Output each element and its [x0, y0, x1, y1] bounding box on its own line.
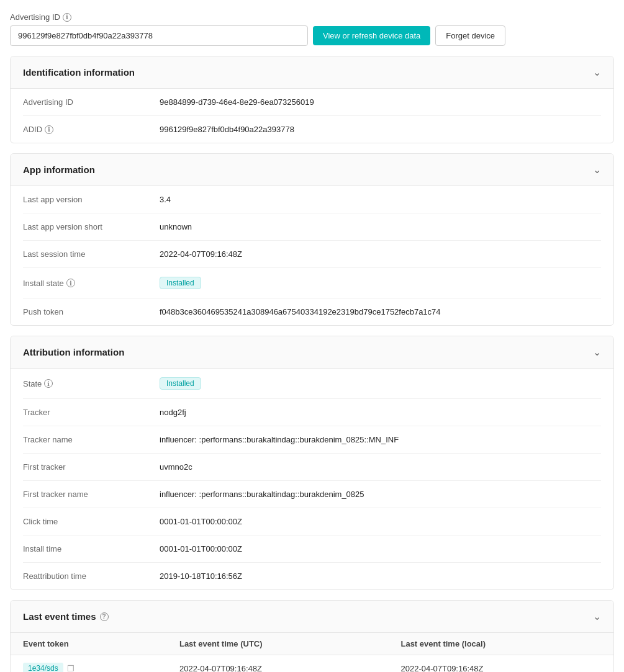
- table-row: Last app version 3.4: [23, 186, 601, 213]
- table-row: Reattribution time 2019-10-18T10:16:56Z: [23, 563, 601, 589]
- attribution-section-header[interactable]: Attribution information ⌄: [11, 336, 613, 369]
- last-event-times-section: Last event times ? ⌄ Event token Last ev…: [10, 600, 614, 672]
- identification-section-body: Advertising ID 9e884899-d739-46e4-8e29-6…: [11, 89, 613, 143]
- utc-cell: 2022-04-07T09:16:48Z: [167, 655, 389, 673]
- attribution-chevron-icon: ⌄: [593, 346, 601, 358]
- row-key: First tracker name: [23, 490, 160, 499]
- label-text: Advertising ID: [10, 12, 60, 22]
- row-key: Last session time: [23, 249, 160, 259]
- app-information-section: App information ⌄ Last app version 3.4 L…: [10, 153, 614, 326]
- advertising-id-info-icon[interactable]: ℹ: [63, 13, 71, 22]
- table-row: Last app version short unknown: [23, 213, 601, 241]
- row-value: influencer: :performans::burakaltindag::…: [160, 435, 601, 444]
- table-row: Install time 0001-01-01T00:00:00Z: [23, 535, 601, 563]
- row-key: Tracker name: [23, 435, 160, 444]
- row-key: Install state ℹ: [23, 279, 160, 288]
- last-event-times-header[interactable]: Last event times ? ⌄: [11, 601, 613, 633]
- token-cell-container: 1e34/sds ❐: [23, 663, 155, 672]
- token-badge: 1e34/sds: [23, 663, 63, 672]
- table-row: Advertising ID 9e884899-d739-46e4-8e29-6…: [23, 89, 601, 116]
- row-key: ADID ℹ: [23, 125, 160, 134]
- app-section-header[interactable]: App information ⌄: [11, 154, 613, 186]
- advertising-id-row: View or refresh device data Forget devic…: [10, 25, 614, 46]
- identification-section: Identification information ⌄ Advertising…: [10, 56, 614, 143]
- row-value: influencer: :performans::burakaltindag::…: [160, 490, 601, 499]
- table-header-row: Event token Last event time (UTC) Last e…: [11, 633, 613, 655]
- identification-chevron-icon: ⌄: [593, 66, 601, 78]
- state-info-icon[interactable]: ℹ: [44, 379, 53, 388]
- table-row: First tracker name influencer: :performa…: [23, 481, 601, 508]
- app-chevron-icon: ⌄: [593, 164, 601, 176]
- row-value: Installed: [160, 377, 601, 390]
- last-event-chevron-icon: ⌄: [593, 611, 601, 622]
- table-row: Last session time 2022-04-07T09:16:48Z: [23, 241, 601, 268]
- row-value: uvmno2c: [160, 462, 601, 472]
- state-badge: Installed: [160, 377, 201, 390]
- attribution-section-title: Attribution information: [23, 347, 124, 357]
- last-event-times-info-icon[interactable]: ?: [100, 612, 109, 621]
- col-event-token: Event token: [11, 633, 167, 655]
- table-row: Push token f048b3ce360469535241a308946a6…: [23, 298, 601, 325]
- table-row: Install state ℹ Installed: [23, 268, 601, 298]
- app-section-title: App information: [23, 164, 95, 175]
- row-key: Install time: [23, 544, 160, 553]
- adid-info-icon[interactable]: ℹ: [45, 125, 53, 134]
- col-local: Last event time (local): [388, 633, 613, 655]
- row-key: State ℹ: [23, 379, 160, 388]
- row-key: Push token: [23, 307, 160, 316]
- app-section-body: Last app version 3.4 Last app version sh…: [11, 186, 613, 325]
- row-key: Click time: [23, 517, 160, 526]
- attribution-section-body: State ℹ Installed Tracker nodg2fj Tracke…: [11, 369, 613, 589]
- table-row: Tracker name influencer: :performans::bu…: [23, 426, 601, 454]
- event-token-cell: 1e34/sds ❐: [11, 655, 167, 673]
- row-key: First tracker: [23, 462, 160, 472]
- row-value: 996129f9e827fbf0db4f90a22a393778: [160, 125, 601, 134]
- row-key: Advertising ID: [23, 97, 160, 107]
- row-key: Last app version short: [23, 222, 160, 231]
- row-value: f048b3ce360469535241a308946a67540334192e…: [160, 307, 601, 316]
- advertising-id-label: Advertising ID ℹ: [10, 12, 614, 22]
- row-value: unknown: [160, 222, 601, 231]
- install-state-info-icon[interactable]: ℹ: [66, 279, 75, 287]
- identification-section-header[interactable]: Identification information ⌄: [11, 56, 613, 89]
- table-row: Click time 0001-01-01T00:00:00Z: [23, 508, 601, 535]
- row-value: 2019-10-18T10:16:56Z: [160, 571, 601, 581]
- copy-icon[interactable]: ❐: [67, 664, 75, 673]
- last-event-times-title: Last event times ?: [23, 611, 109, 622]
- forget-device-button[interactable]: Forget device: [435, 25, 505, 46]
- row-value: 0001-01-01T00:00:00Z: [160, 544, 601, 553]
- row-key: Reattribution time: [23, 571, 160, 581]
- view-refresh-button[interactable]: View or refresh device data: [313, 26, 430, 45]
- main-page: Advertising ID ℹ View or refresh device …: [0, 0, 624, 672]
- install-state-badge: Installed: [160, 277, 201, 289]
- row-value: nodg2fj: [160, 408, 601, 417]
- table-row: 1e34/sds ❐ 2022-04-07T09:16:48Z 2022-04-…: [11, 655, 613, 673]
- table-row: ADID ℹ 996129f9e827fbf0db4f90a22a393778: [23, 116, 601, 143]
- row-key: Last app version: [23, 195, 160, 204]
- row-value: Installed: [160, 277, 601, 289]
- advertising-id-section: Advertising ID ℹ View or refresh device …: [10, 12, 614, 46]
- advertising-id-input[interactable]: [10, 25, 308, 46]
- row-key: Tracker: [23, 408, 160, 417]
- identification-section-title: Identification information: [23, 67, 135, 78]
- table-row: Tracker nodg2fj: [23, 399, 601, 426]
- row-value: 3.4: [160, 195, 601, 204]
- col-utc: Last event time (UTC): [167, 633, 389, 655]
- row-value: 2022-04-07T09:16:48Z: [160, 249, 601, 259]
- event-times-table: Event token Last event time (UTC) Last e…: [11, 633, 613, 672]
- title-text: Last event times: [23, 611, 96, 622]
- row-value: 0001-01-01T00:00:00Z: [160, 517, 601, 526]
- table-row: State ℹ Installed: [23, 369, 601, 399]
- local-cell: 2022-04-07T09:16:48Z: [388, 655, 613, 673]
- table-row: First tracker uvmno2c: [23, 454, 601, 481]
- row-value: 9e884899-d739-46e4-8e29-6ea073256019: [160, 97, 601, 107]
- attribution-section: Attribution information ⌄ State ℹ Instal…: [10, 336, 614, 590]
